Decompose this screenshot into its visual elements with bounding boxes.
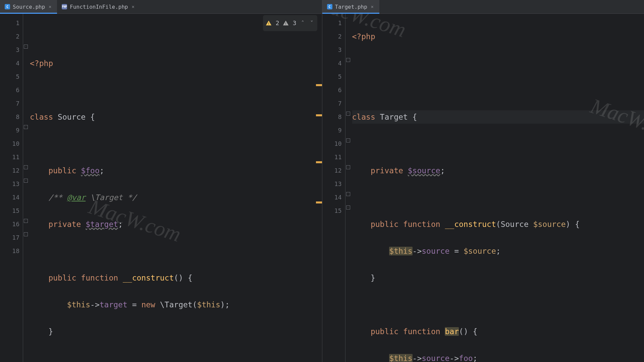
fold-icon[interactable]: - [24,125,28,129]
right-gutter: 1 2 3 4 5 6 7 8 9 10 11 12 13 14 15 [322,14,345,362]
warning-count: 2 [276,16,279,30]
line-number: 15 [0,204,19,218]
line-number: 4 [0,57,19,70]
code-token: function [403,327,440,336]
code-token: class [30,113,53,121]
doc-comment: */ [127,193,137,202]
code-token: -> [449,354,459,362]
right-editor[interactable]: 1 2 3 4 5 6 7 8 9 10 11 12 13 14 15 - - … [322,14,644,362]
code-token: public [48,274,76,282]
next-highlight-icon[interactable]: ˅ [309,16,315,30]
right-code[interactable]: <?php class Target { private $source; pu… [350,14,644,362]
inspection-widget[interactable]: 2 3 ˄ ˅ [263,15,317,31]
fold-icon[interactable]: - [346,205,350,209]
right-tab-bar: C Target.php × [322,0,644,14]
close-icon[interactable]: × [131,4,136,9]
left-code[interactable]: 2 3 ˄ ˅ <?php class Source { public $foo… [28,14,322,362]
code-token: public [48,166,76,175]
code-token: = [127,300,142,309]
code-token: () { [459,327,477,336]
parameter: $source [533,220,566,229]
diff-marker[interactable] [316,114,322,116]
diff-marker[interactable] [316,84,322,86]
tab-label: Target.php [335,4,367,10]
line-number: 16 [0,218,19,231]
fold-icon[interactable]: - [346,165,350,169]
code-token: } [48,327,53,336]
code-token: () { [174,274,192,282]
this-ref: $this [197,300,220,309]
fold-icon[interactable]: - [346,192,350,196]
fold-column: - - - - - - [345,14,350,362]
code-token: -> [413,247,422,255]
fold-icon[interactable]: - [24,165,28,169]
tab-source-php[interactable]: C Source.php × [0,0,57,13]
code-token: -> [413,354,422,362]
fold-icon[interactable]: - [24,45,28,49]
variable: $source [464,247,496,255]
doc-comment: /** [48,193,67,202]
code-token: ( [496,220,501,229]
fold-column: - - - - - - [23,14,28,362]
code-token: { [408,113,417,121]
line-number: 13 [322,177,342,191]
property: $target [86,220,118,229]
class-ref: \Target( [155,300,197,309]
diff-marker[interactable] [316,201,322,203]
code-token: ) { [566,220,580,229]
line-number: 8 [0,110,19,124]
fold-icon[interactable]: - [346,112,350,116]
line-number: 6 [0,83,19,97]
doc-tag: @var [67,193,86,202]
tab-label: FunctionInFile.php [70,4,128,10]
fold-icon[interactable]: - [24,219,28,223]
code-token: = [449,247,464,255]
line-number: 18 [0,244,19,258]
line-number: 7 [0,97,19,110]
doc-type: \Target [86,193,127,202]
line-number: 4 [322,57,342,70]
line-number: 9 [0,124,19,137]
right-pane: C Target.php × 1 2 3 4 5 6 7 8 9 10 11 1… [322,0,644,362]
class-name: Source [58,113,86,121]
function-name: __construct [445,220,496,229]
code-token: ; [440,166,445,175]
tab-functioninfile-php[interactable]: PHP FunctionInFile.php × [57,0,140,13]
line-number: 5 [322,70,342,83]
code-token: { [86,113,95,121]
fold-icon[interactable]: - [24,232,28,236]
weak-warning-icon [283,20,289,26]
function-name: bar [445,327,459,336]
property: $foo [81,166,99,175]
line-number: 8 [322,110,342,124]
this-ref: $this [389,354,412,362]
line-number: 3 [0,43,19,57]
split-editor: C Source.php × PHP FunctionInFile.php × … [0,0,644,362]
fold-icon[interactable]: - [346,138,350,142]
line-number: 14 [322,191,342,204]
close-icon[interactable]: × [370,4,375,9]
line-number: 12 [0,164,19,177]
line-number: 17 [0,231,19,244]
code-token: function [81,274,118,282]
line-number: 15 [322,204,342,218]
line-number: 11 [322,150,342,164]
diff-marker[interactable] [316,161,322,163]
line-number: 10 [322,137,342,150]
line-number: 2 [322,30,342,43]
tab-target-php[interactable]: C Target.php × [322,0,379,13]
this-ref: $this [67,300,90,309]
line-number: 6 [322,83,342,97]
code-token: <?php [30,59,53,68]
member: source [422,247,449,255]
left-editor[interactable]: 1 2 3 4 5 6 7 8 9 10 11 12 13 14 15 16 1… [0,14,322,362]
code-token: ; [118,220,123,229]
fold-icon[interactable]: - [24,179,28,183]
close-icon[interactable]: × [48,4,52,9]
line-number: 1 [0,16,19,30]
this-ref: $this [389,247,412,255]
left-tab-bar: C Source.php × PHP FunctionInFile.php × [0,0,322,14]
fold-icon[interactable]: - [346,58,350,62]
line-number: 7 [322,97,342,110]
prev-highlight-icon[interactable]: ˄ [300,16,306,30]
